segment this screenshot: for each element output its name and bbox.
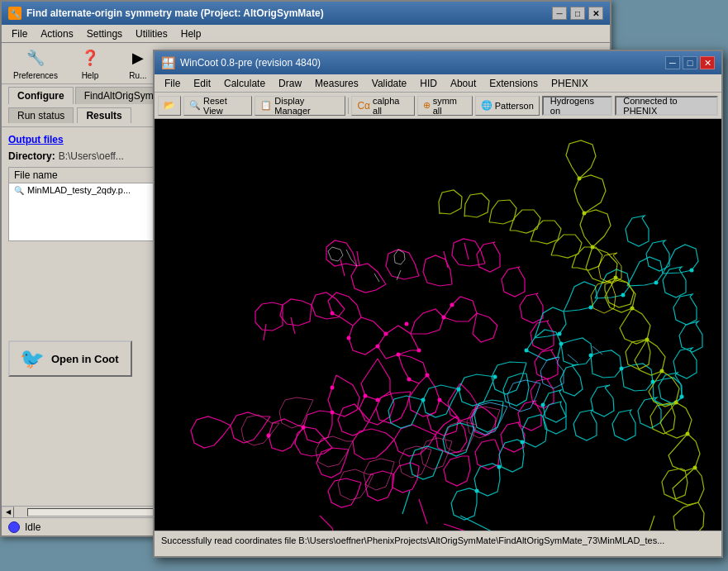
svg-point-57	[693, 466, 697, 470]
directory-value: B:\Users\oeff...	[59, 150, 124, 162]
calpha-all-label: calpha all	[373, 96, 409, 116]
wincoot-statusbar: Successfully read coordinates file B:\Us…	[155, 531, 721, 549]
status-text: Idle	[25, 521, 40, 533]
open-in-coot-button[interactable]: 🐦 Open in Coot	[8, 340, 132, 377]
svg-point-36	[651, 380, 655, 384]
file-list-header: File name	[9, 168, 160, 183]
svg-point-53	[645, 338, 649, 342]
help-label: Help	[82, 71, 99, 80]
phenix-close-btn[interactable]: ✕	[588, 7, 603, 20]
wincoot-menu-about[interactable]: About	[444, 76, 483, 91]
svg-point-38	[493, 375, 497, 379]
symm-all-label: symm all	[433, 96, 467, 116]
results-tab[interactable]: Results	[77, 107, 131, 123]
phenix-menu-settings[interactable]: Settings	[80, 26, 129, 41]
hydrogens-on-btn[interactable]: Hydrogens on	[542, 96, 613, 116]
status-indicator	[8, 521, 20, 533]
svg-point-54	[660, 369, 664, 374]
svg-point-40	[421, 398, 426, 402]
svg-point-41	[558, 332, 562, 336]
wincoot-menu-edit[interactable]: Edit	[187, 76, 217, 91]
scroll-left-btn[interactable]: ◀	[2, 507, 14, 518]
preferences-button[interactable]: 🔧 Preferences	[8, 43, 63, 83]
connected-to-phenix-btn[interactable]: Connected to PHENIX	[615, 96, 718, 116]
svg-point-49	[475, 489, 479, 493]
wincoot-close-btn[interactable]: ✕	[700, 56, 715, 69]
svg-point-30	[302, 426, 306, 430]
wincoot-menubar: File Edit Calculate Draw Measures Valida…	[155, 74, 721, 93]
reset-view-icon: 🔍	[189, 100, 201, 111]
file-icon: 🔍	[14, 186, 24, 195]
run-icon: ▶	[126, 46, 150, 69]
reset-view-label: Reset View	[203, 96, 246, 116]
reset-view-btn[interactable]: 🔍 Reset View	[183, 96, 252, 116]
svg-point-21	[450, 303, 454, 307]
svg-point-50	[591, 245, 595, 250]
phenix-menu-help[interactable]: Help	[174, 26, 208, 41]
phenix-menu-file[interactable]: File	[5, 26, 34, 41]
wincoot-win-buttons: ─ □ ✕	[665, 56, 715, 69]
configure-tab[interactable]: Configure	[8, 87, 74, 104]
svg-point-34	[589, 354, 593, 358]
svg-point-42	[589, 306, 593, 310]
svg-point-27	[407, 378, 412, 382]
run-status-tab[interactable]: Run status	[8, 107, 74, 123]
phenix-menu-actions[interactable]: Actions	[34, 26, 79, 41]
wincoot-icon: 🪟	[161, 56, 175, 69]
calpha-all-btn[interactable]: Cα calpha all	[351, 96, 414, 116]
svg-point-45	[690, 269, 694, 273]
svg-point-20	[405, 322, 409, 326]
open-file-icon: 📂	[164, 100, 175, 111]
phenix-menu-utilities[interactable]: Utilities	[129, 26, 174, 41]
svg-point-32	[525, 349, 529, 353]
phenix-menubar: File Actions Settings Utilities Help	[2, 25, 610, 43]
svg-point-22	[347, 336, 351, 340]
svg-point-37	[680, 395, 684, 399]
wincoot-maximize-btn[interactable]: □	[683, 56, 697, 69]
preferences-icon: 🔧	[24, 46, 47, 69]
wincoot-menu-validate[interactable]: Validate	[365, 76, 413, 91]
hydrogens-on-label: Hydrogens on	[550, 96, 605, 116]
wincoot-menu-measures[interactable]: Measures	[308, 76, 365, 91]
wincoot-menu-extensions[interactable]: Extensions	[483, 76, 545, 91]
svg-point-14	[417, 349, 421, 353]
display-manager-btn[interactable]: 📋 Display Manager	[255, 96, 345, 116]
svg-rect-0	[155, 119, 721, 531]
svg-point-55	[674, 401, 678, 405]
open-file-btn[interactable]: 📂	[158, 96, 181, 116]
file-list-item[interactable]: 🔍 MinMLAD_testy_2qdy.p...	[9, 183, 160, 197]
svg-point-59	[578, 177, 582, 181]
wincoot-menu-hid[interactable]: HID	[413, 76, 444, 91]
svg-point-15	[384, 332, 388, 336]
toolbar-sep1	[348, 98, 350, 114]
connected-to-phenix-label: Connected to PHENIX	[623, 96, 710, 116]
wincoot-window: 🪟 WinCoot 0.8-pre (revision 4840) ─ □ ✕ …	[153, 50, 723, 558]
svg-point-16	[442, 316, 446, 320]
file-list[interactable]: File name 🔍 MinMLAD_testy_2qdy.p...	[8, 167, 161, 241]
wincoot-menu-draw[interactable]: Draw	[272, 76, 308, 91]
svg-point-29	[331, 411, 335, 415]
phenix-title: Find alternate-origin symmetry mate (Pro…	[26, 7, 552, 19]
phenix-minimize-btn[interactable]: ─	[552, 7, 567, 20]
svg-point-39	[457, 388, 461, 392]
wincoot-menu-file[interactable]: File	[158, 76, 187, 91]
display-manager-label: Display Manager	[274, 96, 339, 116]
molecular-viewport[interactable]	[155, 119, 721, 531]
patterson-btn[interactable]: 🌐 Patterson	[475, 96, 540, 116]
svg-point-25	[426, 374, 430, 378]
wincoot-minimize-btn[interactable]: ─	[665, 56, 680, 69]
output-files-link[interactable]: Output files	[8, 134, 64, 145]
phenix-titlebar: 🔧 Find alternate-origin symmetry mate (P…	[2, 2, 610, 25]
wincoot-menu-phenix[interactable]: PHENIX	[545, 76, 595, 91]
phenix-icon: 🔧	[8, 7, 21, 20]
run-label: Ru...	[129, 71, 146, 80]
wincoot-toolbar: 📂 🔍 Reset View 📋 Display Manager Cα calp…	[155, 93, 721, 119]
help-button[interactable]: ❓ Help	[69, 43, 111, 83]
wincoot-menu-calculate[interactable]: Calculate	[217, 76, 272, 91]
directory-label: Directory:	[8, 150, 55, 162]
svg-point-24	[376, 398, 380, 402]
symm-all-btn[interactable]: ⊕ symm all	[417, 96, 473, 116]
phenix-maximize-btn[interactable]: □	[570, 7, 585, 20]
svg-point-44	[654, 281, 659, 285]
svg-point-26	[438, 398, 442, 402]
